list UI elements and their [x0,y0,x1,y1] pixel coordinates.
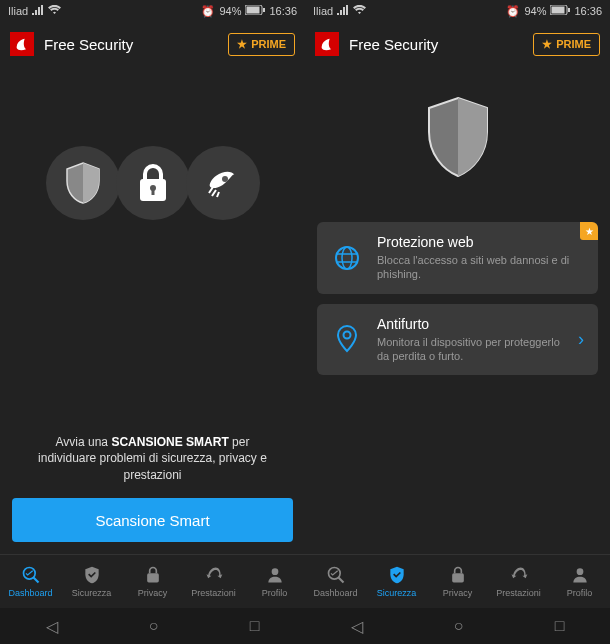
battery-label: 94% [524,5,546,17]
card-title: Antifurto [377,316,564,332]
feature-shield[interactable] [46,146,120,220]
sys-home[interactable]: ○ [149,617,159,635]
nav-dashboard[interactable]: Dashboard [305,555,366,608]
sys-home[interactable]: ○ [454,617,464,635]
smart-scan-button[interactable]: Scansione Smart [12,498,293,542]
nav-sicurezza[interactable]: Sicurezza [61,555,122,608]
nav-prestazioni[interactable]: Prestazioni [183,555,244,608]
feature-icons-row [12,146,293,220]
svg-line-8 [33,578,38,583]
svg-rect-5 [151,189,154,195]
nav-sicurezza[interactable]: Sicurezza [366,555,427,608]
card-antifurto[interactable]: Antifurto Monitora il dispositivo per pr… [317,304,598,376]
feature-rocket[interactable] [186,146,260,220]
svg-point-18 [344,332,351,339]
nav-profilo[interactable]: Profilo [244,555,305,608]
alarm-icon: ⏰ [506,5,520,18]
signal-icon [337,5,349,17]
time-label: 16:36 [574,5,602,17]
svg-rect-9 [147,573,159,582]
avira-logo [10,32,34,56]
app-title: Free Security [349,36,533,53]
prime-button[interactable]: ★ PRIME [228,33,295,56]
nav-privacy[interactable]: Privacy [427,555,488,608]
wifi-icon [353,5,366,17]
big-shield-icon [317,96,598,178]
app-title: Free Security [44,36,228,53]
carrier-label: Iliad [8,5,28,17]
signal-icon [32,5,44,17]
sys-recent[interactable]: □ [250,617,260,635]
card-protezione-web[interactable]: ★ Protezione web Blocca l'accesso a siti… [317,222,598,294]
card-title: Protezione web [377,234,584,250]
system-nav: ◁ ○ □ [305,608,610,644]
prime-button[interactable]: ★ PRIME [533,33,600,56]
svg-rect-12 [552,7,565,14]
screen-dashboard: Iliad ⏰ 94% 16:36 Free Security ★ PRIME [0,0,305,644]
nav-dashboard[interactable]: Dashboard [0,555,61,608]
battery-icon [245,5,265,17]
bottom-nav: Dashboard Sicurezza Privacy Prestazioni … [305,554,610,608]
svg-rect-1 [247,7,260,14]
nav-prestazioni[interactable]: Prestazioni [488,555,549,608]
chevron-right-icon: › [578,329,584,350]
svg-point-10 [271,568,278,575]
wifi-icon [48,5,61,17]
alarm-icon: ⏰ [201,5,215,18]
battery-label: 94% [219,5,241,17]
bottom-nav: Dashboard Sicurezza Privacy Prestazioni … [0,554,305,608]
avira-logo [315,32,339,56]
status-bar: Iliad ⏰ 94% 16:36 [0,0,305,22]
globe-icon [331,242,363,274]
svg-rect-21 [452,573,464,582]
premium-star-icon: ★ [580,222,598,240]
svg-point-15 [342,247,352,269]
nav-profilo[interactable]: Profilo [549,555,610,608]
svg-point-6 [222,176,228,182]
svg-rect-2 [263,8,265,12]
screen-sicurezza: Iliad ⏰ 94% 16:36 Free Security ★ PRIME [305,0,610,644]
sys-back[interactable]: ◁ [351,617,363,636]
carrier-label: Iliad [313,5,333,17]
sys-back[interactable]: ◁ [46,617,58,636]
status-bar: Iliad ⏰ 94% 16:36 [305,0,610,22]
system-nav: ◁ ○ □ [0,608,305,644]
svg-rect-13 [568,8,570,12]
app-header: Free Security ★ PRIME [0,22,305,66]
card-desc: Blocca l'accesso a siti web dannosi e di… [377,253,584,282]
crown-icon: ★ [542,38,552,51]
nav-privacy[interactable]: Privacy [122,555,183,608]
svg-point-14 [336,247,358,269]
app-header: Free Security ★ PRIME [305,22,610,66]
battery-icon [550,5,570,17]
feature-lock[interactable] [116,146,190,220]
svg-point-22 [576,568,583,575]
crown-icon: ★ [237,38,247,51]
svg-line-20 [338,578,343,583]
location-icon [331,323,363,355]
sys-recent[interactable]: □ [555,617,565,635]
time-label: 16:36 [269,5,297,17]
scan-hint: Avvia una SCANSIONE SMART per individuar… [12,434,293,484]
card-desc: Monitora il dispositivo per proteggerlo … [377,335,564,364]
